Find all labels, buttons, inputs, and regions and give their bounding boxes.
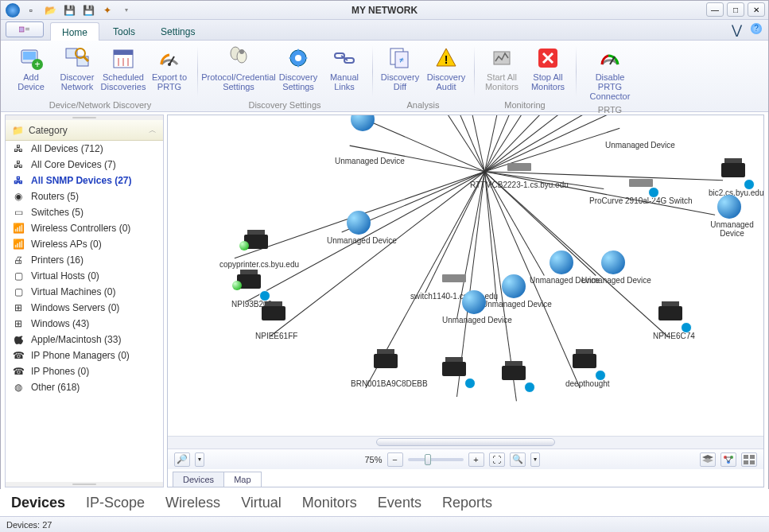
zoom-out-button[interactable]: −: [387, 452, 403, 467]
collapse-ribbon-icon[interactable]: ⋁: [730, 23, 743, 36]
category-item[interactable]: ⊞Windows Servers (0): [6, 300, 163, 316]
category-item[interactable]: ◉Routers (5): [6, 188, 163, 204]
find-button[interactable]: 🔎: [174, 452, 190, 467]
subtab-map[interactable]: Map: [223, 472, 261, 487]
node-label: copyprinter.cs.byu.edu: [219, 260, 299, 269]
svg-point-20: [239, 49, 244, 54]
map-node[interactable]: [442, 362, 472, 387]
node-label: Unmanaged Device: [581, 276, 651, 285]
other-icon: ◍: [12, 382, 25, 393]
node-label: Unmanaged Device: [327, 236, 397, 245]
layout-button[interactable]: [720, 452, 736, 467]
svg-rect-31: [494, 52, 510, 64]
category-item[interactable]: 📶Wireless APs (0): [6, 236, 163, 252]
map-node[interactable]: [502, 366, 532, 391]
start-monitors-icon: [489, 45, 515, 71]
category-list[interactable]: 🖧All Devices (712)🖧All Core Devices (7)🖧…: [6, 141, 163, 482]
discovery-audit-button[interactable]: !Discovery Audit: [424, 43, 468, 99]
open-icon[interactable]: 📂: [42, 3, 58, 17]
map-node[interactable]: BRN001BA9C8DEBB: [351, 354, 428, 388]
category-item[interactable]: ▢Virtual Machines (0): [6, 284, 163, 300]
view-mode-button[interactable]: [6, 21, 44, 37]
discover-network-button[interactable]: Discover Network: [55, 43, 99, 99]
ipphonemgr-icon: ☎: [12, 350, 25, 361]
network-map-canvas[interactable]: RTTMCB2223-1.cs.byu.eduUnmanaged DeviceU…: [168, 115, 763, 436]
map-node[interactable]: [351, 115, 381, 133]
save-all-icon[interactable]: 💾: [80, 3, 96, 17]
export-prtg-button[interactable]: Export to PRTG: [147, 43, 192, 99]
category-item[interactable]: ☎IP Phone Managers (0): [6, 348, 163, 363]
zoom-dropdown-icon[interactable]: ▾: [530, 452, 540, 467]
minimize-button[interactable]: —: [706, 2, 724, 17]
category-item[interactable]: Apple/Macintosh (33): [6, 332, 163, 348]
map-node[interactable]: bic2.cs.byu.edu: [709, 163, 763, 197]
zoom-region-button[interactable]: 🔍: [510, 452, 526, 467]
grid-view-button[interactable]: [741, 452, 757, 467]
map-node[interactable]: NPIEE61FF: [255, 306, 297, 340]
discovery-settings-button[interactable]: Discovery Settings: [276, 43, 320, 99]
save-icon[interactable]: 💾: [61, 3, 77, 17]
category-item[interactable]: 📶Wireless Controllers (0): [6, 220, 163, 236]
close-button[interactable]: ✕: [748, 2, 765, 17]
fit-to-screen-button[interactable]: ⛶: [489, 452, 505, 467]
app-menu-button[interactable]: [6, 3, 20, 17]
qat-dropdown-icon[interactable]: ▾: [118, 3, 134, 17]
category-item[interactable]: ⊞Windows (43): [6, 316, 163, 332]
category-item[interactable]: 🖧All Devices (712): [6, 141, 163, 157]
map-node[interactable]: NPI4E6C74: [653, 306, 695, 340]
map-node[interactable]: Unmanaged Device: [581, 250, 651, 285]
subtab-devices[interactable]: Devices: [173, 472, 224, 487]
map-node[interactable]: Unmanaged Device: [442, 290, 512, 324]
bottomnav-reports[interactable]: Reports: [442, 495, 492, 511]
disable-prtg-button[interactable]: Disable PRTG Connector: [581, 43, 639, 103]
map-node[interactable]: ProCurve 2910al-24G Switch: [589, 171, 693, 205]
scheduled-discoveries-button[interactable]: Scheduled Discoveries: [101, 43, 146, 99]
layers-button[interactable]: [700, 452, 716, 467]
manual-links-button[interactable]: Manual Links: [322, 43, 367, 99]
tab-home[interactable]: Home: [50, 22, 99, 41]
category-item[interactable]: ◍Other (618): [6, 379, 163, 395]
bottomnav-events[interactable]: Events: [378, 495, 421, 511]
wizard-icon[interactable]: ✦: [99, 3, 115, 17]
map-node[interactable]: copyprinter.cs.byu.edu: [219, 235, 299, 269]
category-item[interactable]: ▢Virtual Hosts (0): [6, 268, 163, 284]
scrollbar-thumb[interactable]: [376, 438, 555, 446]
tab-settings[interactable]: Settings: [149, 21, 207, 40]
start-monitors-button: Start All Monitors: [480, 43, 524, 99]
map-node[interactable]: Unmanaged Device: [335, 131, 405, 165]
tab-tools[interactable]: Tools: [101, 21, 147, 40]
category-item[interactable]: 🖧All Core Devices (7): [6, 157, 163, 173]
category-item[interactable]: 🖧All SNMP Devices (27): [6, 173, 163, 188]
map-node[interactable]: Unmanaged Device: [701, 195, 763, 238]
category-item[interactable]: 🖨Printers (16): [6, 252, 163, 268]
protocol-settings-button[interactable]: Protocol/Credential Settings: [203, 43, 274, 99]
horizontal-scrollbar[interactable]: [168, 436, 763, 449]
category-header[interactable]: 📁Category ︿: [6, 120, 163, 141]
node-label: deepthought: [565, 379, 610, 388]
maximize-button[interactable]: □: [727, 2, 744, 17]
help-icon[interactable]: ?: [751, 23, 762, 34]
map-node[interactable]: Unmanaged Device: [327, 211, 397, 245]
map-panel: RTTMCB2223-1.cs.byu.eduUnmanaged DeviceU…: [167, 115, 764, 487]
find-dropdown-icon[interactable]: ▾: [195, 452, 204, 467]
map-node[interactable]: Unmanaged Device: [605, 115, 675, 150]
new-icon[interactable]: ▫: [23, 3, 39, 17]
add-device-button[interactable]: +Add Device: [9, 43, 53, 99]
sidebar-bottom-splitter[interactable]: [6, 482, 163, 487]
map-node-hub[interactable]: RTTMCB2223-1.cs.byu.edu: [470, 155, 569, 189]
discovery-diff-button[interactable]: ≠Discovery Diff: [378, 43, 422, 99]
zoom-slider-thumb[interactable]: [425, 454, 431, 465]
map-node[interactable]: deepthought: [565, 354, 610, 388]
bottomnav-ip-scope[interactable]: IP-Scope: [86, 495, 145, 511]
node-label: NPI4E6C74: [653, 332, 695, 340]
zoom-slider[interactable]: [408, 458, 464, 461]
zoom-level: 75%: [364, 455, 382, 464]
zoom-in-button[interactable]: +: [468, 452, 484, 467]
bottomnav-devices[interactable]: Devices: [11, 495, 65, 511]
bottomnav-virtual[interactable]: Virtual: [241, 495, 282, 511]
bottomnav-monitors[interactable]: Monitors: [302, 495, 357, 511]
bottomnav-wireless[interactable]: Wireless: [165, 495, 220, 511]
category-item[interactable]: ☎IP Phones (0): [6, 363, 163, 379]
category-item[interactable]: ▭Switches (5): [6, 204, 163, 220]
stop-monitors-button[interactable]: Stop All Monitors: [526, 43, 570, 99]
